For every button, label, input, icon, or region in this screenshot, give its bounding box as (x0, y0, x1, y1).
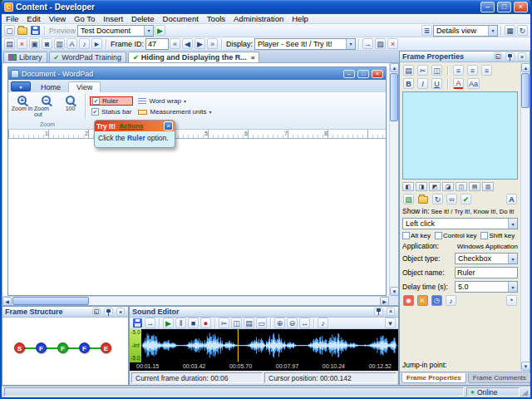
menu-file[interactable]: File (2, 14, 22, 23)
open-icon[interactable] (17, 27, 27, 35)
scroll-down-icon[interactable]: ▼ (390, 287, 399, 296)
style-tab-icon[interactable]: ◪ (442, 182, 454, 191)
combo-arrow-icon[interactable]: ▾ (508, 219, 517, 229)
callout-ruler-link[interactable]: Ruler (127, 134, 145, 142)
refresh-icon[interactable]: ↻ (517, 25, 528, 36)
combo-arrow-icon[interactable]: ▾ (508, 282, 517, 292)
style-tab-icon[interactable]: ◩ (429, 182, 441, 191)
timer-icon[interactable]: ◷ (431, 295, 442, 306)
scroll-thumb[interactable] (521, 73, 530, 108)
close-panel-icon[interactable]: × (387, 308, 395, 316)
scroll-up-icon[interactable]: ▲ (390, 63, 399, 72)
object-name-input[interactable] (455, 267, 518, 278)
stop-icon[interactable]: ■ (188, 318, 199, 328)
maximize-button[interactable]: □ (497, 2, 511, 12)
scroll-thumb[interactable] (390, 73, 398, 121)
close-panel-icon[interactable]: × (518, 52, 526, 61)
insert-image-icon[interactable]: ▣ (29, 38, 40, 49)
combo-arrow-icon[interactable]: ▾ (346, 39, 355, 49)
wordpad-tab-home[interactable]: Home (33, 81, 68, 92)
paste-icon[interactable]: ▤ (244, 318, 254, 328)
close-document-icon[interactable]: × (387, 38, 398, 49)
display-combo[interactable]: Player - See It! / Try It! ▾ (254, 38, 356, 50)
style-tab-icon[interactable]: ◨ (416, 182, 427, 191)
save-sound-icon[interactable] (133, 318, 142, 328)
copy-icon[interactable]: ◫ (431, 65, 442, 76)
style-tab-icon[interactable]: ◫ (456, 182, 467, 191)
settings-icon[interactable]: ▧ (375, 38, 386, 49)
align-left-icon[interactable]: ≡ (453, 65, 464, 76)
menu-document[interactable]: Document (159, 14, 203, 23)
details-view-combo[interactable]: Details view ▾ (433, 25, 498, 37)
tab-close-icon[interactable]: × (251, 54, 255, 62)
cut-icon[interactable]: ✂ (417, 65, 428, 76)
layers-icon[interactable]: ▧ (403, 194, 414, 204)
tab-frame-comments[interactable]: Frame Comments (468, 373, 531, 383)
tab-wordpad-training[interactable]: ✔ WordPad Training (49, 52, 127, 62)
wordpad-close-button[interactable]: × (372, 70, 383, 78)
sync-icon[interactable]: ↻ (432, 194, 443, 204)
export-icon[interactable]: → (362, 38, 373, 49)
wordpad-statusbar-option[interactable]: ✔ Status bar (90, 107, 133, 116)
erase-icon[interactable]: ▭ (256, 318, 267, 328)
first-frame-icon[interactable]: « (170, 38, 180, 49)
panel-vertical-scrollbar[interactable]: ▲ ▼ (520, 63, 530, 371)
combo-arrow-icon[interactable]: ▾ (144, 26, 153, 36)
close-panel-icon[interactable]: × (116, 308, 125, 316)
window-position-icon[interactable]: ◱ (494, 52, 502, 61)
insert-highlight-icon[interactable]: ▥ (54, 38, 65, 49)
tab-frame-properties[interactable]: Frame Properties (401, 373, 466, 383)
bold-icon[interactable]: B (403, 78, 414, 89)
combo-arrow-icon[interactable]: ▾ (508, 254, 517, 264)
hotspot-icon[interactable]: K (417, 295, 428, 306)
menu-view[interactable]: View (45, 14, 70, 23)
delay-time-combo[interactable]: 5.0 ▾ (455, 281, 518, 293)
font-dialog-icon[interactable]: A (506, 194, 517, 204)
zoom-in-icon[interactable]: ⊕ (274, 318, 285, 328)
view-mode-icon[interactable]: ≣ (421, 25, 432, 36)
align-right-icon[interactable]: ≡ (481, 65, 492, 76)
menu-tools[interactable]: Tools (203, 14, 229, 23)
style-tab-icon[interactable]: ◧ (402, 182, 414, 191)
frame-node[interactable]: F (79, 342, 90, 353)
frame-node-current[interactable]: F (57, 342, 68, 353)
underline-icon[interactable]: U (431, 78, 442, 89)
document-combo[interactable]: Test Document ▾ (77, 25, 154, 37)
menu-administration[interactable]: Administration (229, 14, 288, 23)
insert-sound-icon[interactable]: ♪ (79, 38, 90, 49)
italic-icon[interactable]: I (417, 78, 428, 89)
menu-edit[interactable]: Edit (22, 14, 44, 23)
frame-node[interactable]: F (36, 342, 47, 353)
menu-help[interactable]: Help (288, 14, 313, 23)
tab-hiding-displaying-ruler[interactable]: ✔ Hiding and Displaying the R... × (128, 52, 259, 62)
waveform-display[interactable] (141, 329, 398, 362)
pause-icon[interactable]: ‖ (175, 318, 186, 328)
volume-icon[interactable]: ♪ (318, 318, 328, 328)
previous-frame-icon[interactable]: ◀ (182, 38, 193, 49)
tab-library[interactable]: Library (3, 52, 47, 62)
object-type-combo[interactable]: Checkbox ▾ (455, 253, 518, 264)
menu-go-to[interactable]: Go To (70, 14, 99, 23)
pin-icon[interactable] (505, 52, 515, 61)
audio-note-icon[interactable]: ♪ (446, 295, 456, 306)
font-color-icon[interactable]: A (453, 78, 464, 89)
insert-video-icon[interactable]: ► (91, 38, 102, 49)
statusbar-checkbox[interactable]: ✔ (91, 108, 99, 116)
close-button[interactable]: × (514, 2, 528, 12)
frame-properties-icon[interactable]: ▤ (4, 38, 15, 49)
save-icon[interactable] (31, 26, 40, 35)
copy-icon[interactable]: ◫ (231, 318, 242, 328)
wordpad-zoom-100-button[interactable]: 100 (58, 94, 82, 121)
alt-key-checkbox[interactable] (402, 232, 410, 239)
canvas-horizontal-scrollbar[interactable]: ◀ ▶ (2, 296, 389, 305)
style-tab-icon[interactable]: ▤ (469, 182, 480, 191)
record-icon[interactable]: ● (200, 318, 211, 328)
sound-options-icon[interactable]: ▾ (385, 318, 396, 328)
new-document-icon[interactable]: ▢ (4, 25, 15, 36)
wordpad-tab-view[interactable]: View (68, 81, 101, 92)
wordpad-zoom-in-button[interactable]: + Zoom in (10, 94, 34, 121)
open-object-icon[interactable] (418, 196, 428, 204)
style-tab-icon[interactable]: ▥ (482, 182, 494, 191)
wordpad-maximize-button[interactable]: □ (357, 70, 369, 78)
wordpad-app-menu-button[interactable]: ▾ (11, 81, 31, 91)
